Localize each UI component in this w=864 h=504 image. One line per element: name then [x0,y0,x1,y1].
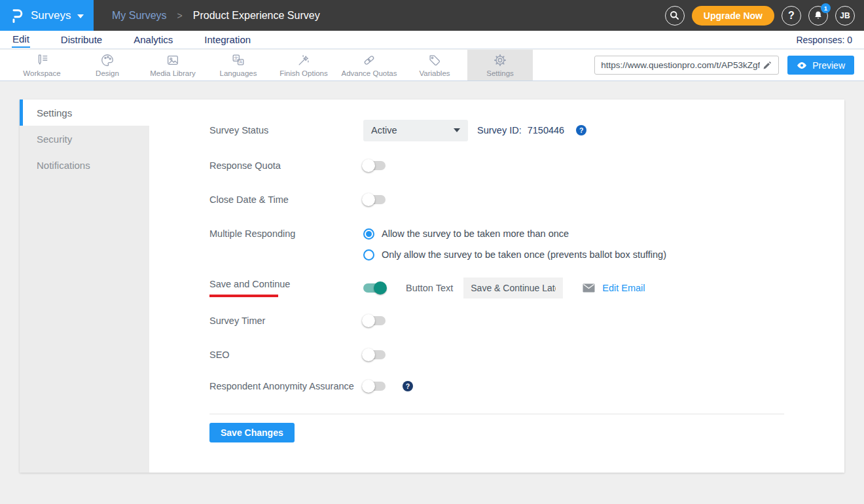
survey-timer-toggle[interactable] [363,316,386,325]
languages-icon: 文 A [231,53,245,67]
toolbar-item-variables[interactable]: Variables [402,50,467,81]
settings-form: Survey Status Active Survey ID: 7150446 … [149,99,844,473]
breadcrumb: My Surveys > Product Experience Survey [112,10,320,22]
settings-sidebar: Settings Security Notifications [20,99,149,473]
response-quota-label: Response Quota [209,160,363,171]
notification-badge: 1 [821,3,831,13]
toolbar-item-design[interactable]: Design [75,50,140,81]
survey-status-value: Active [371,125,397,135]
eye-icon [797,62,807,69]
multiple-responding-label: Multiple Responding [209,223,363,244]
toolbar-item-settings[interactable]: Settings [467,50,533,81]
radio-selected-icon[interactable] [363,228,374,240]
design-icon [100,53,115,67]
product-switcher[interactable]: Surveys [0,0,94,31]
survey-url-group: Preview [594,50,864,81]
toolbar-item-finish-options[interactable]: Finish Options [271,50,336,81]
survey-url-input[interactable] [601,60,760,70]
save-continue-toggle[interactable] [363,283,386,293]
close-date-toggle[interactable] [363,195,386,204]
close-date-row: Close Date & Time [209,187,784,212]
respondent-anonymity-label: Respondent Anonymity Assurance [209,381,363,391]
button-text-label: Button Text [406,283,453,293]
survey-status-label: Survey Status [209,125,363,135]
svg-text:A: A [239,60,242,64]
survey-timer-row: Survey Timer [209,308,784,333]
survey-id-label: Survey ID: [477,125,522,135]
button-text-input[interactable] [463,278,563,298]
sidebar-item-notifications[interactable]: Notifications [20,152,149,178]
form-divider [209,414,784,414]
save-continue-row: Save and Continue Button Text Edit Email [209,276,784,300]
survey-status-select[interactable]: Active [363,120,468,141]
response-quota-toggle[interactable] [363,161,386,170]
tab-integration[interactable]: Integration [204,32,251,47]
section-tabbar: Edit Distribute Analytics Integration Re… [0,31,864,49]
multiple-responding-row: Multiple Responding Allow the survey to … [209,223,784,265]
red-underline [209,295,278,297]
survey-status-row: Survey Status Active Survey ID: 7150446 … [209,118,784,143]
breadcrumb-my-surveys[interactable]: My Surveys [112,10,167,22]
settings-card: Settings Security Notifications Survey S… [20,99,844,473]
media-library-icon [166,53,180,67]
sidebar-item-settings[interactable]: Settings [20,99,149,126]
respondent-anonymity-toggle[interactable] [363,382,386,391]
response-quota-row: Response Quota [209,153,784,178]
questionpro-logo-icon [10,7,24,24]
survey-timer-label: Survey Timer [209,315,363,326]
save-changes-button[interactable]: Save Changes [209,423,295,442]
search-icon[interactable] [665,6,685,26]
app-title: Surveys [31,9,71,22]
svg-text:文: 文 [234,56,238,61]
radio-option-once[interactable]: Only allow the survey to be taken once (… [363,244,666,265]
finish-options-icon [297,53,311,67]
breadcrumb-separator: > [177,10,183,21]
respondent-anonymity-help-icon[interactable]: ? [403,381,413,391]
responses-count: Responses: 0 [796,35,852,45]
sidebar-item-security[interactable]: Security [20,126,149,152]
toolbar-item-languages[interactable]: 文 A Languages [206,50,271,81]
radio-unselected-icon[interactable] [363,249,374,261]
tab-edit[interactable]: Edit [12,31,30,48]
radio-option-multiple[interactable]: Allow the survey to be taken more than o… [363,223,666,244]
close-date-label: Close Date & Time [209,194,363,205]
respondent-anonymity-row: Respondent Anonymity Assurance ? [209,374,784,399]
tab-analytics[interactable]: Analytics [133,32,173,47]
survey-title: Product Experience Survey [193,10,320,22]
upgrade-now-button[interactable]: Upgrade Now [692,6,774,26]
toolbar-item-advance-quotas[interactable]: Advance Quotas [336,50,402,81]
avatar[interactable]: JB [835,6,855,26]
seo-toggle[interactable] [363,350,386,359]
toolbar-item-workspace[interactable]: Workspace [9,50,75,81]
chevron-down-icon [454,128,460,132]
survey-url-field[interactable] [594,56,779,75]
seo-label: SEO [209,350,363,360]
toolbar-item-media-library[interactable]: Media Library [140,50,206,81]
email-envelope-icon[interactable] [583,283,595,293]
variables-icon [427,53,442,67]
seo-row: SEO [209,342,784,367]
preview-button[interactable]: Preview [787,56,854,75]
edit-toolbar: Workspace Design Media Library 文 A Langu… [0,50,864,81]
edit-email-link[interactable]: Edit Email [602,283,645,293]
chevron-down-icon [77,14,84,18]
multiple-responding-options: Allow the survey to be taken more than o… [363,223,666,265]
tab-distribute[interactable]: Distribute [60,32,103,47]
survey-id-help-icon[interactable]: ? [576,125,586,135]
header-actions: Upgrade Now ? 1 JB [665,6,864,26]
edit-url-pencil-icon[interactable] [760,58,774,73]
top-header: Surveys My Surveys > Product Experience … [0,0,864,31]
survey-id-value: 7150446 [528,125,564,135]
save-continue-label: Save and Continue [209,279,363,297]
workspace-icon [35,53,49,67]
advance-quotas-icon [362,53,376,67]
help-icon[interactable]: ? [782,6,801,26]
settings-gear-icon [493,53,507,67]
notifications-bell-icon[interactable]: 1 [808,6,828,26]
